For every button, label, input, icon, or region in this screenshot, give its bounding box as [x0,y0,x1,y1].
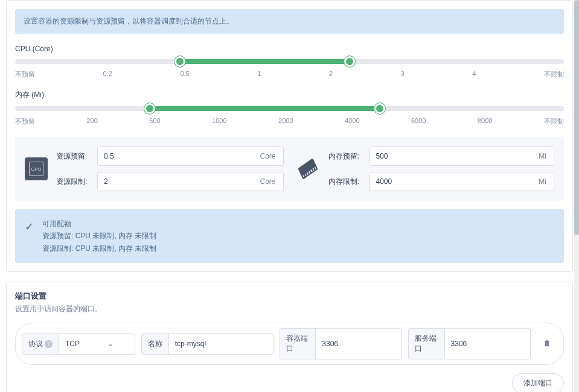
memory-icon [296,157,320,181]
slider-tick: 500 [149,117,160,126]
cpu-slider-track[interactable] [15,59,564,64]
ports-title: 端口设置 [15,291,564,302]
memory-reserve-input[interactable] [370,147,532,165]
port-name-input[interactable] [169,334,272,354]
scrollbar[interactable] [574,0,579,392]
cpu-reserve-label: 资源预留: [56,151,91,162]
memory-slider-ticks: 不预留20050010002000400060008000不限制 [15,117,564,126]
trash-icon [543,339,551,347]
slider-tick: 0.2 [103,70,112,79]
container-port-label: 容器端口 [280,329,316,359]
service-port-input[interactable] [445,329,530,359]
memory-slider-handle-max[interactable] [374,103,385,114]
memory-limit-unit: Mi [531,172,554,191]
quota-title: 可用配额 [42,218,156,230]
protocol-label: 协议 [28,339,43,349]
resource-values-box: CPU 资源预留: Core 资源限制: Core [15,137,564,201]
slider-tick: 1 [257,70,261,79]
slider-tick: 6000 [411,117,426,126]
slider-tick: 200 [86,117,97,126]
memory-slider-fill [150,106,380,111]
container-port-field: 容器端口 [280,328,402,359]
name-field: 名称 [141,334,274,355]
memory-slider-handle-min[interactable] [144,103,155,114]
slider-tick: 4 [472,70,476,79]
slider-tick: 2 [329,70,333,79]
ports-desc: 设置用于访问容器的端口。 [15,304,564,314]
slider-tick: 不预留 [15,70,35,79]
cpu-slider-section: CPU (Core) 不预留0.20.51234不限制 [15,45,564,79]
quota-limit-line: 资源限制: CPU 未限制, 内存 未限制 [42,242,156,254]
slider-tick: 不预留 [15,117,35,126]
memory-slider-section: 内存 (Mi) 不预留20050010002000400060008000不限制 [15,90,564,126]
name-label: 名称 [142,334,169,354]
cpu-icon: CPU [25,157,48,180]
check-icon: ✓ [25,220,34,233]
cpu-slider-handle-max[interactable] [344,56,355,67]
cpu-reserve-input[interactable] [98,147,252,165]
slider-tick: 不限制 [544,117,564,126]
add-port-button[interactable]: 添加端口 [512,373,564,392]
delete-port-button[interactable] [537,335,557,353]
service-port-label: 服务端口 [409,329,445,359]
protocol-select[interactable]: TCP ⌄ [59,334,135,354]
cpu-limit-label: 资源限制: [56,177,91,187]
slider-tick: 4000 [345,117,359,126]
memory-limit-input[interactable] [370,172,532,191]
slider-tick: 0.5 [180,70,189,79]
cpu-slider-handle-min[interactable] [174,56,185,67]
ports-panel: 端口设置 设置用于访问容器的端口。 协议 ? TCP ⌄ 名称 容器端口 服务端… [6,282,573,392]
cpu-limit-input[interactable] [98,172,252,191]
memory-resource-group: 内存预留: Mi 内存限制: Mi [296,147,555,191]
slider-tick: 1000 [212,117,226,126]
cpu-resource-group: CPU 资源预留: Core 资源限制: Core [25,147,284,191]
memory-slider-track[interactable] [15,106,564,111]
cpu-label: CPU (Core) [15,45,564,53]
slider-tick: 3 [401,70,405,79]
memory-reserve-label: 内存预留: [328,151,363,162]
resource-info-banner: 设置容器的资源限制与资源预留，以将容器调度到合适的节点上。 [15,9,564,34]
scrollbar-thumb[interactable] [574,0,579,235]
cpu-limit-unit: Core [252,172,283,191]
memory-limit-label: 内存限制: [328,177,363,187]
cpu-reserve-unit: Core [252,147,283,165]
cpu-slider-fill [180,59,350,64]
container-port-input[interactable] [316,329,401,359]
memory-reserve-unit: Mi [531,147,554,165]
port-row: 协议 ? TCP ⌄ 名称 容器端口 服务端口 [15,323,564,365]
help-icon[interactable]: ? [45,340,53,348]
service-port-field: 服务端口 [408,328,531,359]
slider-tick: 8000 [478,117,492,126]
slider-tick: 不限制 [544,70,564,79]
protocol-field: 协议 ? TCP ⌄ [22,334,135,355]
resource-panel: 设置容器的资源限制与资源预留，以将容器调度到合适的节点上。 CPU (Core)… [6,0,573,272]
quota-banner: ✓ 可用配额 资源预留: CPU 未限制, 内存 未限制 资源限制: CPU 未… [15,209,564,263]
chevron-down-icon: ⌄ [107,340,114,348]
memory-label: 内存 (Mi) [15,90,564,100]
slider-tick: 2000 [278,117,293,126]
protocol-value: TCP [59,335,107,353]
cpu-slider-ticks: 不预留0.20.51234不限制 [15,70,564,79]
quota-reserve-line: 资源预留: CPU 未限制, 内存 未限制 [42,230,156,242]
